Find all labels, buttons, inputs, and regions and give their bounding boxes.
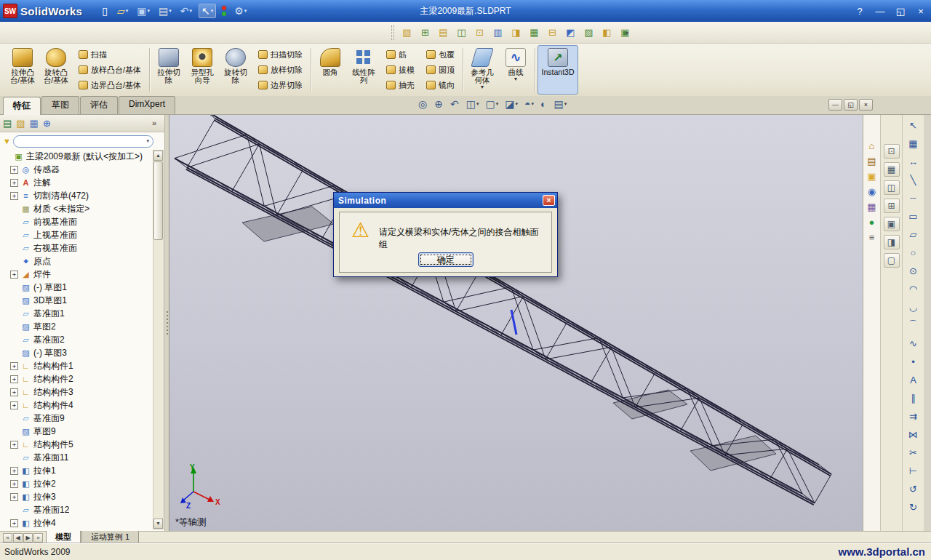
design-library-icon[interactable]: ▤ <box>867 156 876 167</box>
expand-toggle[interactable]: + <box>10 362 18 370</box>
document-close-button[interactable]: × <box>859 99 873 111</box>
boundary-boss-button[interactable]: 边界凸台/基体 <box>74 78 145 92</box>
expand-toggle[interactable] <box>10 218 18 226</box>
display-style-icon[interactable]: ◪ ▾ <box>503 97 520 111</box>
tree-item[interactable]: ▱ 基准面9 <box>1 412 151 425</box>
configurationmanager-tab-icon[interactable]: ▦ <box>30 118 39 129</box>
tree-item[interactable]: ▱ 前视基准面 <box>1 215 151 228</box>
restore-button[interactable]: ◱ <box>893 6 908 17</box>
tree-item[interactable]: + ◢ 焊件 <box>1 268 151 281</box>
boundary-cut-button[interactable]: 边界切除 <box>254 78 307 92</box>
hole-wizard-button[interactable]: 异型孔 向导 <box>185 45 219 95</box>
viewport-3d[interactable]: Y X Z *等轴测 <box>169 115 863 531</box>
tree-item[interactable]: + ◧ 拉伸1 <box>1 464 151 477</box>
reference-geometry-button[interactable]: 参考几 何体 ▼ <box>466 45 499 95</box>
scene-icon[interactable]: ▤ ▾ <box>551 97 569 111</box>
point-icon[interactable]: • <box>905 353 922 370</box>
tree-filter-input[interactable]: ▾ <box>13 135 153 148</box>
centerpoint-arc-icon[interactable]: ◠ <box>905 280 922 297</box>
lofted-boss-button[interactable]: 放样凸台/基体 <box>74 63 145 77</box>
instant3d-button[interactable]: Instant3D <box>538 45 578 95</box>
expand-toggle[interactable] <box>3 153 11 161</box>
options-icon[interactable]: ⚙ ▾ <box>232 4 249 17</box>
previous-view-icon[interactable]: ↶ <box>448 97 462 111</box>
select-cursor-icon[interactable]: ↖ ▾ <box>199 4 216 18</box>
shell-button[interactable]: 抽壳 <box>382 78 419 92</box>
expand-toggle[interactable]: + <box>10 271 18 279</box>
undo-sketch-icon[interactable]: ↺ <box>905 480 922 497</box>
circle-icon[interactable]: ○ <box>905 244 922 261</box>
quick-tool-icon[interactable]: ▧ <box>399 24 415 41</box>
tree-item[interactable]: ▦ 材质 <未指定> <box>1 202 151 215</box>
zoom-fit-icon[interactable]: ◎ <box>416 97 430 111</box>
hide-show-items-icon[interactable]: ◓ ▾ <box>522 97 536 111</box>
convert-entities-icon[interactable]: ⇉ <box>905 407 922 425</box>
side-tool-icon[interactable]: ▢ <box>884 253 900 268</box>
extruded-cut-button[interactable]: 拉伸切 除 <box>152 45 185 95</box>
swept-cut-button[interactable]: 扫描切除 <box>254 47 307 62</box>
tree-item[interactable]: ▱ 基准面11 <box>1 451 151 464</box>
tree-item[interactable]: + ∟ 结构构件2 <box>1 372 151 385</box>
toolbar-overflow-icon[interactable]: ▾ <box>626 30 628 36</box>
edit-appearance-icon[interactable]: ◐ <box>538 97 549 111</box>
tree-item[interactable]: ⌖ 原点 <box>1 255 151 268</box>
side-tool-icon[interactable]: ▦ <box>884 162 900 177</box>
tree-item[interactable]: + ◧ 拉伸3 <box>1 490 151 503</box>
command-manager-tab[interactable]: DimXpert <box>119 96 175 114</box>
tab-scroll-button[interactable]: ◀ <box>13 533 23 543</box>
linear-pattern-button[interactable]: 线性阵 列 <box>347 45 380 95</box>
study-tab[interactable]: 运动算例 1 <box>81 531 139 544</box>
expand-toggle[interactable]: + <box>10 388 18 396</box>
tree-item[interactable]: + ◧ 拉伸2 <box>1 477 151 490</box>
side-tool-icon[interactable]: ▣ <box>884 217 900 231</box>
zoom-area-icon[interactable]: ⊕ <box>432 97 446 111</box>
dome-button[interactable]: 圆顶 <box>422 63 459 77</box>
quick-tool-icon[interactable]: ⊡ <box>471 24 488 41</box>
centerline-icon[interactable]: ┄ <box>905 189 922 207</box>
chevron-down-icon[interactable]: ▾ <box>146 138 149 144</box>
custom-properties-icon[interactable]: ≡ <box>869 233 875 243</box>
perimeter-circle-icon[interactable]: ⊙ <box>905 262 922 279</box>
featuremanager-tab-icon[interactable]: ▤ <box>3 118 12 129</box>
ok-button[interactable]: 确定 <box>418 252 474 267</box>
tree-item[interactable]: + ◎ 传感器 <box>1 163 151 176</box>
spline-icon[interactable]: ∿ <box>905 335 922 352</box>
expand-toggle[interactable] <box>10 415 18 423</box>
expand-toggle[interactable]: + <box>10 441 18 449</box>
expand-toggle[interactable] <box>10 257 18 265</box>
expand-toggle[interactable] <box>10 506 18 514</box>
three-point-arc-icon[interactable]: ⌒ <box>905 316 922 334</box>
scrollbar-thumb[interactable] <box>153 161 163 240</box>
tree-item[interactable]: ▨ 草图9 <box>1 425 151 438</box>
mirror-button[interactable]: 镜向 <box>422 78 459 92</box>
expand-toggle[interactable] <box>10 231 18 239</box>
tree-item[interactable]: ▱ 右视基准面 <box>1 241 151 255</box>
lofted-cut-button[interactable]: 放样切除 <box>254 63 307 77</box>
solidworks-resources-icon[interactable]: ⌂ <box>869 141 875 151</box>
tree-item[interactable]: ▱ 上视基准面 <box>1 228 151 241</box>
tab-scroll-button[interactable]: » <box>33 533 43 543</box>
expand-toggle[interactable] <box>10 428 18 436</box>
quick-tool-icon[interactable]: ◧ <box>599 24 615 41</box>
propertymanager-tab-icon[interactable]: ▨ <box>16 118 25 129</box>
tree-item[interactable]: ▨ (-) 草图1 <box>1 281 151 294</box>
tree-item[interactable]: + A 注解 <box>1 176 151 189</box>
side-tool-icon[interactable]: ◨ <box>884 235 900 249</box>
expand-toggle[interactable] <box>10 349 18 357</box>
extruded-boss-button[interactable]: 拉伸凸 台/基体 <box>6 45 39 95</box>
tab-scroll-button[interactable]: « <box>3 533 12 543</box>
tree-item[interactable]: ▨ 3D草图1 <box>1 294 151 307</box>
corner-rectangle-icon[interactable]: ▭ <box>905 207 922 225</box>
quick-tool-icon[interactable]: ⊞ <box>417 24 433 41</box>
minimize-button[interactable]: — <box>873 6 887 17</box>
search-icon[interactable]: ◉ <box>868 187 876 197</box>
help-button[interactable]: ? <box>852 6 867 17</box>
view-orientation-icon[interactable]: ▢ ▾ <box>483 97 500 111</box>
print-icon[interactable]: ▤ ▾ <box>156 4 174 17</box>
close-button[interactable]: × <box>914 6 928 17</box>
panel-splitter[interactable] <box>164 115 169 531</box>
file-explorer-icon[interactable]: ▣ <box>867 172 876 182</box>
quick-tool-icon[interactable]: ◫ <box>453 24 470 41</box>
expand-toggle[interactable]: + <box>10 493 18 501</box>
expand-toggle[interactable]: + <box>10 192 18 200</box>
